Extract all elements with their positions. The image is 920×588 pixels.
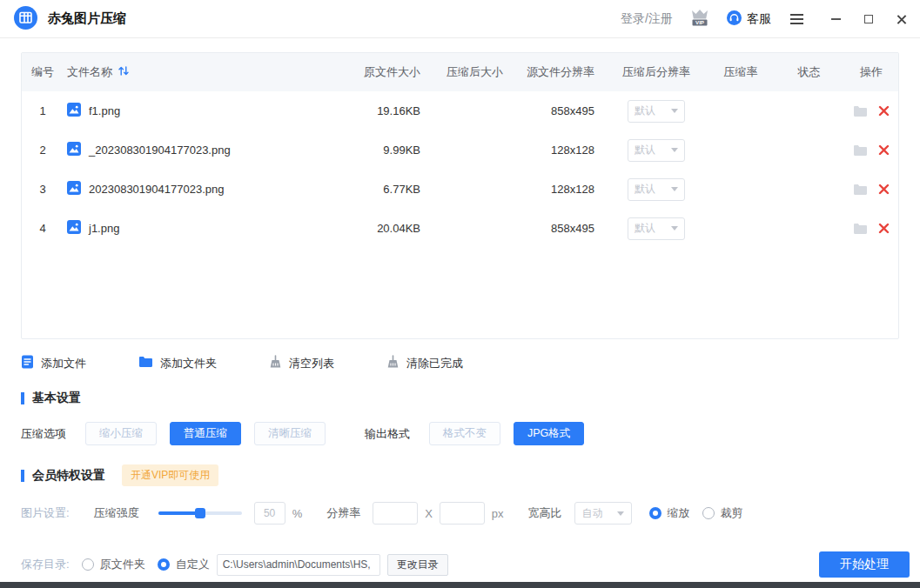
table-row: 2 _202308301904177023.png 9.99KB 128x128…: [22, 130, 898, 170]
headset-icon: [727, 10, 742, 28]
output-format-label: 输出格式: [365, 426, 410, 442]
chevron-down-icon: [671, 226, 678, 231]
vip-settings-title: 会员特权设置: [32, 468, 105, 484]
image-file-icon: [67, 220, 81, 237]
broom-check-icon: [386, 355, 400, 371]
col-header-ops: 操作: [846, 64, 896, 80]
vip-crown-icon[interactable]: VIP: [688, 8, 711, 30]
radio-icon: [702, 507, 715, 519]
image-file-icon: [67, 142, 81, 158]
basic-settings-title: 基本设置: [32, 391, 81, 406]
compress-options-row: 压缩选项 缩小压缩 普通压缩 清晰压缩 输出格式 格式不变 JPG格式: [21, 422, 899, 445]
customer-service-button[interactable]: 客服: [727, 10, 771, 28]
fit-crop-radio[interactable]: 裁剪: [702, 505, 743, 521]
dir-original-radio[interactable]: 原文件夹: [82, 557, 145, 572]
svg-text:VIP: VIP: [695, 19, 704, 25]
src-resolution: 128x128: [512, 144, 603, 157]
table-row: 1 f1.png 19.16KB 858x495 默认: [22, 91, 898, 130]
col-header-orig-size: 原文件大小: [342, 64, 429, 80]
app-window: 赤兔图片压缩 登录/注册 VIP 客服 编号 文件名称: [0, 0, 920, 588]
save-path-input[interactable]: [217, 554, 380, 576]
col-header-index: 编号: [22, 64, 64, 80]
table-header-row: 编号 文件名称 原文件大小 压缩后大小 源文件分辨率 压缩后分辨率 压缩率 状态…: [22, 53, 898, 91]
broom-icon: [269, 355, 282, 371]
section-marker: [21, 392, 24, 404]
resolution-select[interactable]: 默认: [628, 139, 685, 162]
titlebar: 赤兔图片压缩 登录/注册 VIP 客服: [0, 0, 920, 38]
change-dir-button[interactable]: 更改目录: [387, 554, 448, 576]
file-name: _202308301904177023.png: [89, 144, 231, 157]
table-row: 4 j1.png 20.04KB 858x495 默认: [22, 209, 898, 248]
strength-label: 压缩强度: [94, 505, 139, 521]
radio-selected-icon: [158, 558, 170, 571]
file-name: j1.png: [89, 222, 119, 235]
open-folder-button[interactable]: [853, 184, 868, 196]
open-folder-button[interactable]: [853, 223, 868, 235]
table-row: 3 202308301904177023.png 6.77KB 128x128 …: [22, 170, 898, 209]
chevron-down-icon: [671, 109, 678, 113]
chevron-down-icon: [671, 187, 678, 191]
src-resolution: 858x495: [512, 104, 603, 117]
orig-size: 6.77KB: [342, 183, 429, 196]
vip-settings-section: 会员特权设置 开通VIP即可使用: [21, 464, 899, 486]
menu-icon[interactable]: [787, 10, 807, 28]
vip-required-badge: 开通VIP即可使用: [122, 464, 218, 486]
dir-custom-radio[interactable]: 自定义: [158, 557, 210, 572]
slider-handle[interactable]: [195, 508, 205, 518]
login-register-link[interactable]: 登录/注册: [621, 11, 673, 27]
compress-option-clear[interactable]: 清晰压缩: [254, 422, 326, 445]
open-folder-button[interactable]: [853, 105, 868, 117]
col-header-comp-res: 压缩后分辨率: [603, 64, 709, 80]
image-file-icon: [67, 103, 81, 119]
clear-list-button[interactable]: 清空列表: [269, 355, 334, 371]
minimize-icon[interactable]: [829, 13, 842, 25]
col-header-comp-size: 压缩后大小: [429, 64, 512, 80]
format-keep-button[interactable]: 格式不变: [429, 422, 500, 445]
app-logo-icon: [14, 6, 37, 32]
open-folder-button[interactable]: [853, 144, 868, 157]
radio-icon: [82, 558, 94, 571]
row-index: 4: [22, 222, 64, 235]
resolution-select[interactable]: 默认: [628, 217, 685, 240]
orig-size: 9.99KB: [342, 144, 429, 157]
section-marker: [21, 470, 24, 482]
footer-bar: 保存目录: 原文件夹 自定义 更改目录 开始处理: [0, 551, 920, 578]
start-process-button[interactable]: 开始处理: [819, 551, 910, 578]
times-separator: X: [425, 507, 433, 520]
fit-scale-radio[interactable]: 缩放: [649, 505, 690, 521]
col-header-filename-label: 文件名称: [67, 64, 112, 80]
orig-size: 19.16KB: [342, 104, 429, 117]
aspect-ratio-select[interactable]: 自动: [574, 502, 632, 525]
format-jpg-button[interactable]: JPG格式: [514, 422, 584, 445]
image-settings-row: 图片设置: 压缩强度 % 分辨率 X px 宽高比 自动 缩放 裁剪: [21, 502, 899, 525]
resolution-select[interactable]: 默认: [628, 100, 685, 123]
chevron-down-icon: [671, 148, 678, 152]
add-folder-button[interactable]: 添加文件夹: [138, 356, 217, 371]
compress-option-small[interactable]: 缩小压缩: [85, 422, 157, 445]
strength-input[interactable]: [254, 502, 285, 525]
delete-file-button[interactable]: [878, 105, 890, 117]
delete-file-button[interactable]: [878, 144, 890, 156]
resolution-select[interactable]: 默认: [628, 178, 685, 201]
file-name: 202308301904177023.png: [89, 183, 224, 196]
px-unit: px: [492, 507, 504, 520]
close-icon[interactable]: [896, 13, 908, 25]
col-header-src-res: 源文件分辨率: [512, 64, 603, 80]
resolution-height-input[interactable]: [440, 502, 485, 525]
src-resolution: 128x128: [512, 183, 603, 196]
delete-file-button[interactable]: [878, 223, 890, 234]
compress-option-normal[interactable]: 普通压缩: [170, 422, 241, 445]
image-settings-label: 图片设置:: [21, 505, 70, 521]
resolution-width-input[interactable]: [373, 502, 418, 525]
add-file-button[interactable]: 添加文件: [21, 355, 86, 371]
radio-selected-icon: [649, 507, 661, 519]
aspect-ratio-label: 宽高比: [528, 505, 562, 521]
app-title: 赤兔图片压缩: [48, 10, 126, 27]
add-folder-icon: [138, 356, 153, 371]
clear-completed-button[interactable]: 清除已完成: [386, 355, 463, 371]
sort-icon[interactable]: [118, 65, 130, 79]
maximize-icon[interactable]: [863, 13, 875, 25]
row-index: 2: [22, 144, 64, 157]
strength-slider[interactable]: [158, 511, 242, 515]
delete-file-button[interactable]: [878, 184, 890, 195]
